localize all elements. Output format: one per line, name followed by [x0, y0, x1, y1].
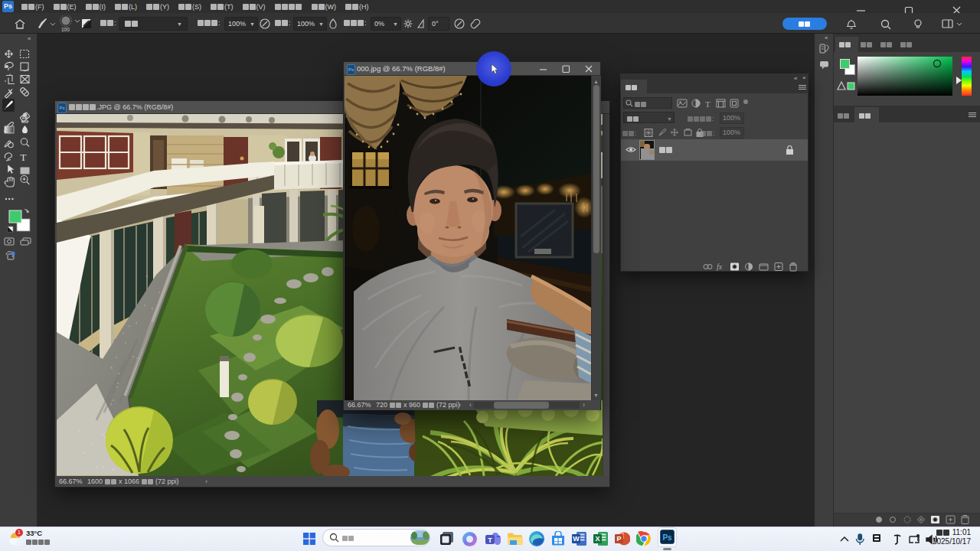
svg-text:T: T — [21, 152, 27, 163]
svg-text:P: P — [616, 535, 621, 543]
svg-text:X: X — [595, 535, 599, 543]
svg-text:W: W — [573, 535, 580, 543]
svg-text:fx: fx — [717, 262, 723, 271]
svg-text:T: T — [705, 99, 710, 109]
svg-text:T: T — [488, 536, 492, 544]
